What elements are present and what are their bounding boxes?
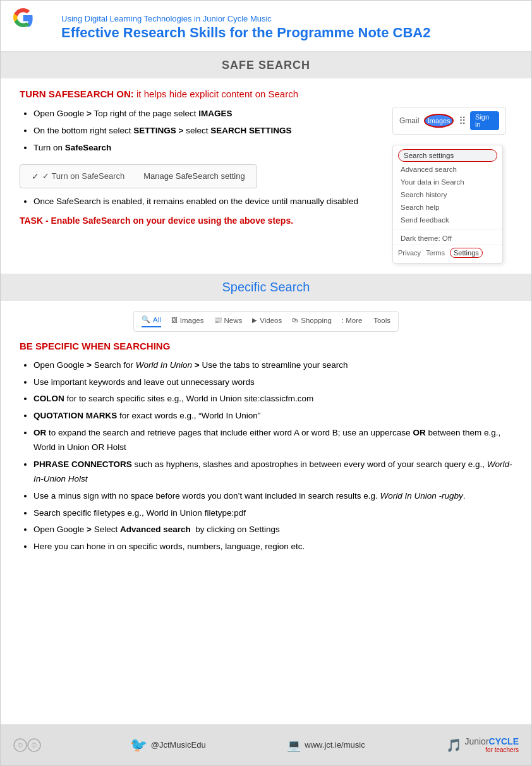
safesearch-checkbox: ✓ ✓ Turn on SafeSearch <box>32 171 124 181</box>
list-item: Open Google > Select Advanced search by … <box>33 522 512 537</box>
list-item: Use important keywords and leave out unn… <box>33 375 512 390</box>
cycle-wave-icon: 🎵 <box>446 738 462 753</box>
search-settings-item: Search settings <box>398 149 497 162</box>
manage-safesearch-label: Manage SafeSearch setting <box>143 171 245 181</box>
main-content: Using Digital Learning Technologies in J… <box>1 1 531 611</box>
cycle-label: CYCLE <box>489 736 519 746</box>
shopping-tab-icon: 🛍 <box>292 317 298 324</box>
tab-tools: Tools <box>373 317 390 327</box>
list-item: COLON for to search specific sites e.g.,… <box>33 391 512 406</box>
creative-commons: © © <box>13 738 49 752</box>
divider <box>393 229 502 229</box>
task-text: TASK - Enable SafeSearch on your device … <box>20 216 380 226</box>
turn-on-title: TURN SAFESEARCH ON: it helps hide explic… <box>20 88 512 99</box>
tab-shopping: 🛍 Shopping <box>292 317 332 327</box>
header: Using Digital Learning Technologies in J… <box>1 1 531 52</box>
list-item: Here you can hone in on specific words, … <box>33 539 512 554</box>
website-url: www.jct.ie/music <box>305 740 365 750</box>
search-history-item: Search history <box>393 188 502 201</box>
tab-more: : More <box>342 317 363 327</box>
header-subtitle: Using Digital Learning Technologies in J… <box>61 14 430 23</box>
tab-videos: ▶ Videos <box>252 317 282 327</box>
footer-twitter: 🐦 @JctMusicEdu <box>130 737 206 753</box>
specific-search-header: Specific Search <box>1 274 531 301</box>
cc-icon: © © <box>13 738 49 752</box>
search-help-item: Search help <box>393 201 502 214</box>
safe-search-section: TURN SAFESEARCH ON: it helps hide explic… <box>1 78 531 274</box>
gmail-link: Gmail <box>399 116 419 125</box>
google-logo-icon <box>13 8 51 46</box>
list-item: Use a minus sign with no space before wo… <box>33 489 512 504</box>
list-item: Search specific filetypes e.g., World in… <box>33 506 512 521</box>
privacy-link: Privacy <box>398 249 421 257</box>
videos-tab-icon: ▶ <box>252 317 257 324</box>
specific-search-section: 🔍 All 🖼 Images 📰 News ▶ Videos 🛍 Shoppin… <box>1 301 531 566</box>
footer-website: 💻 www.jct.ie/music <box>287 738 365 752</box>
footer: © © 🐦 @JctMusicEdu 💻 www.jct.ie/music 🎵 … <box>1 724 531 765</box>
twitter-icon: 🐦 <box>130 737 147 753</box>
send-feedback-item: Send feedback <box>393 214 502 226</box>
junior-label: Junior <box>464 736 488 746</box>
advanced-search-item: Advanced search <box>393 163 502 176</box>
list-item: Once SafeSearch is enabled, it remains e… <box>33 195 380 209</box>
header-text: Using Digital Learning Technologies in J… <box>61 14 430 41</box>
list-item: Open Google > Search for World In Union … <box>33 358 512 373</box>
terms-link: Terms <box>426 249 445 257</box>
website-icon: 💻 <box>287 738 301 752</box>
dark-theme-item: Dark theme: Off <box>393 232 502 245</box>
twitter-handle: @JctMusicEdu <box>151 740 206 750</box>
turn-on-desc: it helps hide explicit content on Search <box>136 88 298 99</box>
header-title: Effective Research Skills for the Progra… <box>61 25 430 41</box>
junior-cycle-logo: 🎵 JuniorCYCLE for teachers <box>446 736 519 753</box>
turn-on-label: TURN SAFESEARCH ON: <box>20 88 134 99</box>
tab-all: 🔍 All <box>142 315 161 327</box>
be-specific-title: BE SPECIFIC WHEN SEARCHING <box>20 341 512 351</box>
settings-link: Settings <box>450 248 483 258</box>
safesearch-box: ✓ ✓ Turn on SafeSearch Manage SafeSearch… <box>20 164 257 188</box>
settings-dropdown: Search settings Advanced search Your dat… <box>392 145 503 264</box>
search-icon: 🔍 <box>142 315 150 324</box>
your-data-item: Your data in Search <box>393 176 502 188</box>
apps-icon: ⠿ <box>459 115 465 127</box>
list-item: Turn on SafeSearch <box>33 141 380 155</box>
google-top-bar: Gmail Images ⠿ Sign in <box>392 107 506 135</box>
svg-text:©: © <box>18 741 23 749</box>
list-item: OR to expand the search and retrieve pag… <box>33 425 512 455</box>
tab-images: 🖼 Images <box>171 317 204 327</box>
content-with-screenshot: Open Google > Top right of the page sele… <box>20 107 512 264</box>
bullet-list-area: Open Google > Top right of the page sele… <box>20 107 380 264</box>
google-search-tabs: 🔍 All 🖼 Images 📰 News ▶ Videos 🛍 Shoppin… <box>133 311 399 332</box>
svg-text:©: © <box>32 741 37 749</box>
list-item: PHRASE CONNECTORS such as hyphens, slash… <box>33 457 512 487</box>
tab-news: 📰 News <box>214 317 243 327</box>
images-tab-icon: 🖼 <box>171 317 178 324</box>
safesearch-label: ✓ Turn on SafeSearch <box>42 171 124 181</box>
safe-search-header: SAFE SEARCH <box>1 52 531 78</box>
specific-search-bullets: Open Google > Search for World In Union … <box>20 358 512 554</box>
news-tab-icon: 📰 <box>214 317 222 324</box>
for-teachers-label: for teachers <box>464 746 519 753</box>
settings-footer: Privacy Terms Settings <box>393 245 502 260</box>
list-item: Open Google > Top right of the page sele… <box>33 107 380 121</box>
signin-button: Sign in <box>470 111 499 130</box>
checkmark-icon: ✓ <box>32 171 39 181</box>
safe-search-extra-bullets: Once SafeSearch is enabled, it remains e… <box>20 195 380 209</box>
safe-search-bullets: Open Google > Top right of the page sele… <box>20 107 380 155</box>
list-item: On the bottom right select SETTINGS > se… <box>33 124 380 138</box>
screenshot-area: Gmail Images ⠿ Sign in Search settings <box>392 107 512 264</box>
images-button: Images <box>424 114 454 128</box>
list-item: QUOTATION MARKS for exact words e.g., “W… <box>33 408 512 423</box>
